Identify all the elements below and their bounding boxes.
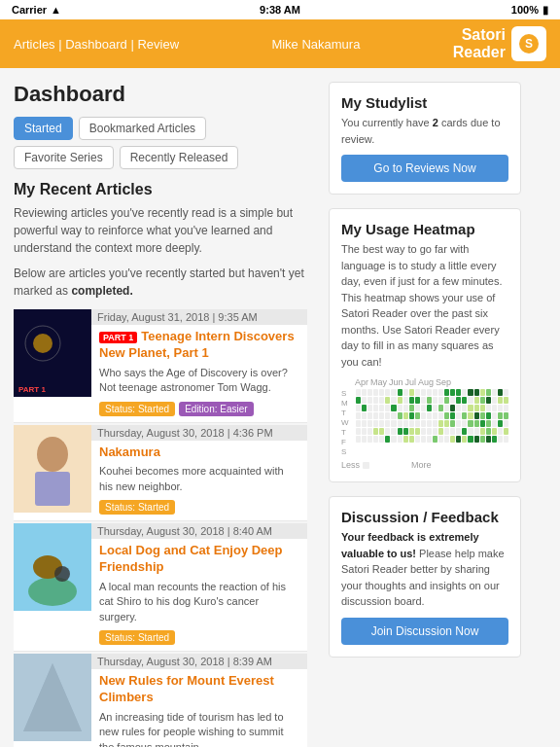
article-body: Friday, August 31, 2018 | 9:35 AM PART 1… — [91, 309, 307, 422]
heatmap-col — [456, 389, 461, 456]
heatmap-cell — [403, 397, 408, 404]
heatmap-cell — [362, 428, 367, 435]
heatmap-cell — [356, 397, 361, 404]
heatmap-cell — [421, 412, 426, 419]
heatmap-cell — [409, 389, 414, 396]
heatmap-cell — [474, 428, 479, 435]
heatmap-cell — [409, 397, 414, 404]
heatmap-cell — [433, 405, 438, 411]
article-title[interactable]: PART 1Teenage Intern Discovers New Plane… — [99, 329, 299, 362]
heatmap-cell — [403, 428, 408, 435]
svg-rect-8 — [35, 472, 70, 506]
heatmap-cell — [398, 412, 402, 419]
article-title[interactable]: New Rules for Mount Everest Climbers — [99, 673, 299, 706]
heatmap-cell — [403, 436, 408, 443]
svg-text:PART 1: PART 1 — [18, 385, 46, 394]
studylist-desc: You currently have 2 cards due to review… — [341, 115, 508, 147]
heatmap-cell — [462, 389, 467, 396]
legend-l4 — [402, 462, 408, 469]
tag-status: Status: Started — [99, 630, 175, 645]
heatmap-cell — [480, 405, 485, 411]
heatmap-cell — [492, 405, 497, 411]
heatmap-cell — [444, 405, 449, 411]
article-title[interactable]: Nakamura — [99, 445, 299, 461]
legend-empty — [363, 462, 369, 469]
heatmap-col — [438, 389, 443, 456]
part-badge: PART 1 — [99, 332, 137, 343]
heatmap-cell — [456, 389, 461, 396]
heatmap-cell — [415, 389, 420, 396]
heatmap-cell — [427, 436, 432, 443]
heatmap-cell — [498, 428, 503, 435]
heatmap-col — [379, 389, 384, 456]
heatmap-col — [486, 389, 491, 456]
legend-l3 — [392, 462, 399, 469]
heatmap-col — [498, 389, 503, 456]
heatmap-cell — [504, 389, 508, 396]
heatmap-cell — [409, 405, 414, 411]
heatmap-cell — [474, 405, 479, 411]
heatmap-cell — [427, 412, 432, 419]
heatmap-cell — [456, 436, 461, 443]
heatmap-cell — [391, 397, 396, 404]
heatmap-cell — [379, 436, 384, 443]
heatmap-cell — [356, 412, 361, 419]
heatmap-cell — [385, 397, 390, 404]
heatmap-cell — [462, 412, 467, 419]
heatmap-col — [373, 389, 378, 456]
heatmap-cell — [391, 420, 396, 427]
heatmap-cell — [421, 405, 426, 411]
heatmap-cell — [391, 436, 396, 443]
heatmap-cell — [427, 397, 432, 404]
tag-edition: Edition: Easier — [179, 402, 253, 416]
heatmap-cell — [368, 436, 372, 443]
heatmap-cell — [433, 428, 438, 435]
tab-favorite[interactable]: Favorite Series — [14, 146, 114, 169]
heatmap-cell — [444, 412, 449, 419]
heatmap-cell — [433, 412, 438, 419]
heatmap-cell — [356, 420, 361, 427]
heatmap-col — [480, 389, 485, 456]
article-description: An increasing tide of tourism has led to… — [99, 710, 299, 747]
heatmap-col — [362, 389, 367, 456]
heatmap-cell — [403, 389, 408, 396]
join-discussion-button[interactable]: Join Discussion Now — [341, 618, 508, 645]
heatmap-cell — [480, 428, 485, 435]
tab-released[interactable]: Recently Released — [120, 146, 239, 169]
heatmap-cell — [362, 397, 367, 404]
article-date: Friday, August 31, 2018 | 9:35 AM — [91, 309, 307, 325]
heatmap-legend: Less More — [341, 460, 508, 470]
heatmap-cell — [368, 428, 372, 435]
heatmap-cell — [498, 405, 503, 411]
article-item: Thursday, August 30, 2018 | 4:36 PM Naka… — [14, 425, 307, 522]
heatmap-cell — [368, 389, 372, 396]
article-title[interactable]: Local Dog and Cat Enjoy Deep Friendship — [99, 543, 299, 576]
heatmap-col — [474, 389, 479, 456]
heatmap-cell — [492, 397, 497, 404]
heatmap-cell — [403, 405, 408, 411]
go-reviews-button[interactable]: Go to Reviews Now — [341, 155, 508, 182]
heatmap-cell — [398, 389, 402, 396]
heatmap-cell — [438, 420, 443, 427]
status-right: 100% ▮ — [511, 4, 548, 17]
tab-bookmarked[interactable]: Bookmarked Articles — [79, 117, 206, 140]
heatmap-desc: The best way to go far with language is … — [341, 241, 508, 370]
heatmap-cell — [492, 420, 497, 427]
heatmap-cell — [498, 436, 503, 443]
heatmap-cell — [379, 420, 384, 427]
heatmap-cell — [492, 389, 497, 396]
legend-l2 — [382, 462, 389, 469]
heatmap-cell — [421, 389, 426, 396]
heatmap-cell — [356, 428, 361, 435]
heatmap-cell — [444, 436, 449, 443]
heatmap-cell — [492, 428, 497, 435]
heatmap-cell — [450, 428, 455, 435]
heatmap-cell — [379, 412, 384, 419]
heatmap-cell — [415, 412, 420, 419]
heatmap-cell — [450, 436, 455, 443]
tab-started[interactable]: Started — [14, 117, 73, 140]
nav-links[interactable]: Articles | Dashboard | Review — [14, 37, 179, 52]
article-description: Who says the Age of Discovery is over? N… — [99, 366, 299, 396]
article-thumbnail: PART 1 — [14, 309, 91, 397]
section-desc1: Reviewing articles you've recently read … — [14, 204, 307, 257]
